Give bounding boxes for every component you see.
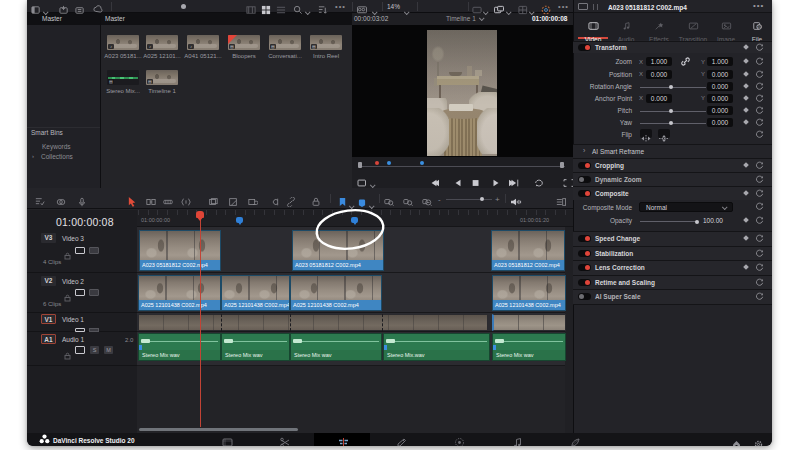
svg-text:20: 20 bbox=[757, 25, 761, 29]
